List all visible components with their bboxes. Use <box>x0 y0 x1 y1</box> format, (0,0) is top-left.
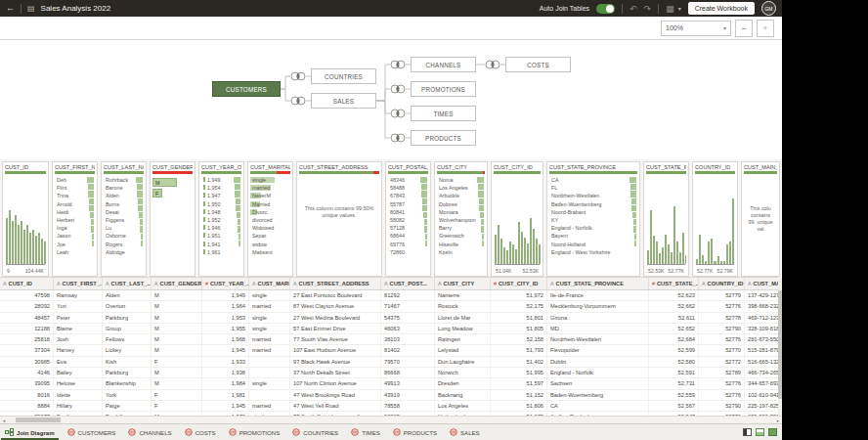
column-header-cust-year[interactable]: #CUST_YEAR_... <box>202 278 249 289</box>
auto-join-toggle[interactable] <box>596 4 615 14</box>
table-cell: 52,623 <box>649 290 699 300</box>
value-text: 58488 <box>390 185 405 191</box>
tab-costs[interactable]: COSTS <box>185 424 216 440</box>
scroll-right-icon[interactable]: ▸ <box>774 418 782 423</box>
split-view-icon[interactable] <box>743 428 752 436</box>
profile-card-cust-last-na[interactable]: CUST_LAST_NA...RohrbackBaroneAldenBurnsD… <box>101 161 147 277</box>
profile-card-cust-city-id[interactable]: CUST_CITY_ID51.04K52.53K <box>491 161 543 277</box>
tab-channels[interactable]: CHANNELS <box>128 424 171 440</box>
diagram-node-times[interactable]: TIMES <box>411 106 476 121</box>
table-cell: 54375 <box>381 313 435 323</box>
profile-card-cust-gender[interactable]: CUST_GENDERMF <box>150 161 195 277</box>
profile-card-cust-state-province[interactable]: CUST_STATE_PROVINCECAFLNordrhein-Westfal… <box>546 161 640 277</box>
diagram-view-icon[interactable] <box>756 428 764 436</box>
join-icon-sales-times[interactable] <box>391 110 405 117</box>
value-text: 69776 <box>390 242 405 247</box>
back-icon[interactable]: ← <box>6 0 15 17</box>
table-row[interactable]: 12188BlaineGroupM1,955single57 East Emme… <box>0 324 778 334</box>
table-row[interactable]: 39095HeloiseBlankenshipM1,984single107 N… <box>0 378 778 389</box>
tab-products[interactable]: PRODUCTS <box>393 424 437 440</box>
horizontal-scrollbar-thumb[interactable] <box>16 418 61 422</box>
table-row[interactable]: 47598RamsayAldenM1,949single27 East Pont… <box>0 290 778 301</box>
profile-card-cust-year-of[interactable]: CUST_YEAR_OF_...1,9491,9541,9471,9501,94… <box>198 161 244 277</box>
funnel-bar <box>236 198 240 204</box>
table-cell: 52789 <box>699 368 745 377</box>
create-workbook-button[interactable]: Create Workbook <box>688 2 755 15</box>
column-header-label: CUST_YEAR_... <box>210 281 249 286</box>
join-icon-sales-promotions[interactable] <box>391 85 405 93</box>
profile-card-cust-main[interactable]: CUST_MAIN_This colu contains 99. unique … <box>741 161 780 277</box>
tab-join-diagram[interactable]: Join Diagram <box>5 424 55 440</box>
join-icon-customers-sales[interactable] <box>291 97 305 105</box>
table-row[interactable]: 25818JoshFellowsM1,968married77 South Vl… <box>0 334 778 345</box>
horizontal-scrollbar[interactable]: ◂ ▸ <box>0 416 782 423</box>
column-header-cust-state[interactable]: #CUST_STATE_... <box>649 278 699 289</box>
column-header-cust-mai[interactable]: ACUST_MAI... <box>745 278 778 289</box>
scroll-left-icon[interactable]: ◂ <box>0 418 8 423</box>
tab-countries[interactable]: COUNTRIES <box>292 424 338 440</box>
save-dropdown-caret[interactable]: ▾ <box>678 5 681 12</box>
data-view-icon[interactable] <box>768 428 777 436</box>
diagram-node-countries[interactable]: COUNTRIES <box>311 68 376 84</box>
join-icon-sales-products[interactable] <box>391 134 405 142</box>
quality-bar <box>437 171 485 174</box>
column-header-cust-first[interactable]: ACUST_FIRST_... <box>54 278 103 289</box>
column-header-cust-gender[interactable]: ACUST_GENDER <box>152 278 202 289</box>
vertical-scrollbar[interactable] <box>778 277 782 416</box>
column-header-cust-last[interactable]: ACUST_LAST_... <box>103 278 152 289</box>
save-icon[interactable]: ▦ <box>666 4 674 14</box>
diagram-node-products[interactable]: PRODUCTS <box>411 130 476 146</box>
join-icon-channels-costs[interactable] <box>486 61 499 68</box>
quality-segment-green <box>299 171 373 174</box>
vertical-scrollbar-thumb[interactable] <box>778 290 782 399</box>
funnel-bar <box>141 241 143 246</box>
column-header-cust-post[interactable]: ACUST_POST... <box>381 278 435 289</box>
profile-card-cust-postal[interactable]: CUST_POSTAL_...4834658488678435578780841… <box>385 161 431 277</box>
table-cell: Heloise <box>54 378 103 388</box>
column-header-cust-marit[interactable]: ACUST_MARIT... <box>249 278 290 289</box>
join-icon-sales-channels[interactable] <box>391 61 405 68</box>
tab-customers[interactable]: CUSTOMERS <box>67 424 116 440</box>
profile-card-cust-state-pr[interactable]: CUST_STATE_PR...52.53K52.77K <box>643 161 689 277</box>
profile-card-country-id[interactable]: COUNTRY_ID52.77K52.79K <box>692 161 738 277</box>
profile-card-cust-id[interactable]: CUST_ID9104.44K <box>2 161 49 277</box>
table-row[interactable]: 30985EvaKishF1,93397 Black Hawk Avenue79… <box>0 357 778 368</box>
profile-card-cust-marital[interactable]: CUST_MARITAL...singlemarriedNeverMMarrie… <box>247 161 293 277</box>
table-cell: 1,968 <box>202 334 249 344</box>
tab-sales[interactable]: SALES <box>450 424 480 440</box>
undo-icon[interactable]: ↶ <box>629 4 637 14</box>
diagram-node-costs[interactable]: COSTS <box>505 57 571 72</box>
zoom-in-button[interactable]: + <box>757 20 774 37</box>
diagram-node-customers[interactable]: CUSTOMERS <box>212 81 281 97</box>
tab-times[interactable]: TIMES <box>351 424 380 440</box>
column-header-cust-city[interactable]: ACUST_CITY <box>435 278 491 289</box>
histogram-bar <box>506 250 508 264</box>
table-row[interactable]: 28092YuriOvertonM1,964married87 West Cla… <box>0 301 778 312</box>
diagram-node-promotions[interactable]: PROMOTIONS <box>411 81 476 97</box>
diagram-node-sales[interactable]: SALES <box>311 93 376 109</box>
zoom-out-button[interactable]: − <box>735 20 753 37</box>
zoom-level-select[interactable]: 100% ▾ <box>661 21 731 36</box>
table-row[interactable]: 8884HillaryPaigeF1,945married47 West Yel… <box>0 401 778 412</box>
column-header-country-id[interactable]: ACOUNTRY_ID <box>699 278 745 289</box>
value-text: 1,954 <box>207 185 221 191</box>
diagram-node-channels[interactable]: CHANNELS <box>411 57 476 72</box>
tab-promotions[interactable]: PROMOTIONS <box>229 424 281 440</box>
user-avatar[interactable]: GM <box>761 1 776 16</box>
column-header-cust-id[interactable]: ACUST_ID <box>0 278 54 289</box>
column-header-cust-street-address[interactable]: ACUST_STREET_ADDRESS <box>290 278 381 289</box>
profile-card-cust-first-n[interactable]: CUST_FIRST_N...DebFlintTrinaArnoldHeidiH… <box>52 161 98 277</box>
redo-icon[interactable]: ↷ <box>644 4 652 14</box>
table-row[interactable]: 4146BaileyParkburgM1,93837 North Dekalb … <box>0 368 778 378</box>
table-row[interactable]: 8016IdetteYorkF1,98147 West Brookings Ro… <box>0 390 778 401</box>
table-row[interactable]: 37304HarveyLickeyM1,945married107 East H… <box>0 345 778 356</box>
profile-card-cust-city[interactable]: CUST_CITYNomaLos AngelesArbuckleDoloresM… <box>434 161 488 277</box>
dataset-icon <box>229 428 237 436</box>
histogram-bar <box>509 242 511 264</box>
table-row[interactable]: 48457PeterParkburgM1,953single27 West Me… <box>0 313 778 324</box>
column-header-cust-state-province[interactable]: ACUST_STATE_PROVINCE <box>547 278 649 289</box>
profile-card-cust-street-address[interactable]: CUST_STREET_ADDRESSThis column contains … <box>296 161 382 277</box>
join-icon-customers-countries[interactable] <box>291 72 305 80</box>
column-header-cust-city-id[interactable]: #CUST_CITY_ID <box>491 278 547 289</box>
quality-bar <box>299 171 379 174</box>
